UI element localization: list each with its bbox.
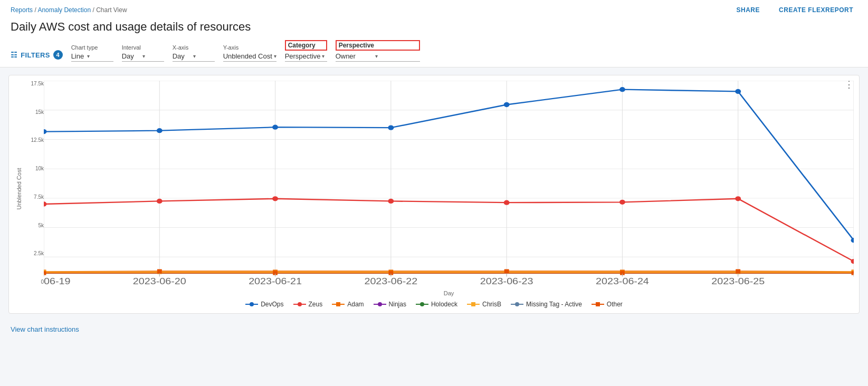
svg-point-25: [157, 199, 163, 204]
category-select[interactable]: Perspective Service Region: [285, 52, 329, 60]
svg-text:2023-06-23: 2023-06-23: [480, 276, 533, 286]
breadcrumb-anomaly[interactable]: Anomaly Detection: [37, 6, 91, 14]
breadcrumb: Reports / Anomaly Detection / Chart View: [11, 6, 127, 14]
svg-point-18: [272, 125, 278, 130]
y-tick: 17.5k: [24, 81, 44, 86]
svg-point-80: [515, 302, 519, 306]
create-flexreport-button[interactable]: CREATE FLEXREPORT: [775, 4, 857, 16]
footer: View chart instructions: [0, 321, 868, 341]
svg-point-74: [378, 302, 382, 306]
svg-rect-82: [596, 302, 600, 306]
svg-point-30: [735, 196, 741, 201]
legend-line-other: [592, 301, 604, 307]
y-tick: 5k: [24, 223, 44, 228]
x-axis-select[interactable]: Day Week Month: [173, 52, 201, 60]
y-tick: 7.5k: [24, 194, 44, 200]
x-axis-label: X-axis: [173, 44, 215, 51]
x-axis-group: X-axis Day Week Month ▾: [173, 44, 215, 62]
svg-point-28: [504, 200, 510, 205]
breadcrumb-reports[interactable]: Reports: [11, 6, 33, 14]
top-bar: Reports / Anomaly Detection / Chart View…: [0, 0, 868, 18]
legend-item-chrisb: ChrisB: [467, 301, 501, 308]
interval-group: Interval Day Week Month ▾: [122, 44, 164, 62]
svg-point-70: [298, 302, 302, 306]
svg-point-17: [157, 128, 163, 133]
svg-text:2023-06-25: 2023-06-25: [711, 276, 765, 286]
filters-button[interactable]: ☷ FILTERS 4: [11, 48, 63, 62]
perspective-select[interactable]: Owner Team Environment: [336, 52, 383, 60]
svg-text:2023-06-21: 2023-06-21: [249, 276, 302, 286]
chart-area: Unblended Cost 17.5k 15k 12.5k 10k 7.5k …: [14, 81, 854, 308]
svg-point-76: [420, 302, 424, 306]
legend-item-zeus: Zeus: [293, 301, 323, 308]
top-actions: SHARE CREATE FLEXREPORT: [732, 4, 857, 16]
y-axis-dropdown-wrap: Unblended Cost Blended Cost Usage ▾: [223, 52, 276, 62]
svg-rect-72: [336, 302, 340, 306]
share-button[interactable]: SHARE: [732, 4, 765, 16]
legend-item-missing-tag: Missing Tag - Active: [511, 301, 582, 308]
interval-dropdown-wrap: Day Week Month ▾: [122, 52, 164, 62]
legend-item-holodeck: Holodeck: [416, 301, 457, 308]
chart-type-label: Chart type: [71, 44, 113, 51]
perspective-group: Perspective Owner Team Environment ▾: [336, 40, 420, 62]
y-tick: 10k: [24, 166, 44, 171]
category-label: Category: [285, 40, 327, 51]
filter-count-badge: 4: [53, 50, 63, 60]
svg-point-27: [388, 199, 394, 204]
x-axis-dropdown-wrap: Day Week Month ▾: [173, 52, 215, 62]
legend-item-devops: DevOps: [245, 301, 283, 308]
svg-point-19: [388, 126, 394, 130]
filter-icon: ☷: [11, 51, 17, 59]
y-axis-select[interactable]: Unblended Cost Blended Cost Usage: [223, 52, 281, 60]
svg-point-23: [851, 238, 854, 243]
legend-line-missing-tag: [511, 301, 523, 307]
breadcrumb-current: Chart View: [96, 6, 127, 14]
svg-point-29: [619, 200, 625, 205]
category-group: Category Perspective Service Region ▾: [285, 40, 327, 62]
svg-point-20: [504, 102, 510, 107]
y-tick: 2.5k: [24, 250, 44, 256]
y-axis-label-text: Unblended Cost: [16, 168, 22, 209]
interval-select[interactable]: Day Week Month: [122, 52, 150, 60]
category-dropdown-wrap: Perspective Service Region ▾: [285, 52, 327, 62]
view-chart-instructions-link[interactable]: View chart instructions: [11, 325, 79, 333]
chart-type-group: Chart type Line Bar Area ▾: [71, 44, 113, 62]
y-axis-label: Y-axis: [223, 44, 276, 51]
legend-item-adam: Adam: [332, 301, 364, 308]
filters-label: FILTERS: [21, 51, 50, 59]
svg-point-22: [735, 89, 741, 94]
chart-type-dropdown-wrap: Line Bar Area ▾: [71, 52, 113, 62]
y-tick: 12.5k: [24, 137, 44, 143]
svg-rect-44: [44, 271, 46, 275]
legend-line-ninjas: [374, 301, 386, 307]
chart-type-select[interactable]: Line Bar Area: [71, 52, 94, 60]
svg-rect-50: [736, 269, 740, 273]
chart-svg: 2023-06-19 2023-06-20 2023-06-21 2023-06…: [44, 81, 854, 286]
svg-point-26: [272, 196, 278, 201]
perspective-dropdown-wrap: Owner Team Environment ▾: [336, 52, 420, 62]
svg-rect-51: [852, 271, 854, 275]
svg-point-16: [44, 129, 46, 134]
svg-text:2023-06-20: 2023-06-20: [133, 276, 186, 286]
interval-label: Interval: [122, 44, 164, 51]
svg-point-21: [619, 87, 625, 92]
page-header: Daily AWS cost and usage details of reso…: [0, 18, 868, 67]
y-tick: 15k: [24, 109, 44, 115]
legend-line-devops: [245, 301, 258, 307]
svg-rect-48: [504, 269, 509, 273]
controls-row: ☷ FILTERS 4 Chart type Line Bar Area ▾ I…: [11, 40, 857, 62]
svg-point-24: [44, 201, 46, 206]
legend-line-adam: [332, 301, 345, 307]
svg-text:2023-06-24: 2023-06-24: [596, 276, 649, 286]
x-axis-label-text: Day: [44, 290, 854, 296]
legend-item-ninjas: Ninjas: [374, 301, 406, 308]
svg-text:2023-06-19: 2023-06-19: [44, 276, 70, 286]
svg-point-68: [250, 302, 254, 306]
svg-text:2023-06-22: 2023-06-22: [364, 276, 417, 286]
chart-legend: DevOps Zeus Adam: [14, 301, 854, 308]
perspective-label: Perspective: [336, 40, 420, 51]
y-tick: 0: [24, 279, 44, 285]
legend-line-zeus: [293, 301, 306, 307]
page-title: Daily AWS cost and usage details of reso…: [11, 20, 857, 34]
legend-line-holodeck: [416, 301, 428, 307]
